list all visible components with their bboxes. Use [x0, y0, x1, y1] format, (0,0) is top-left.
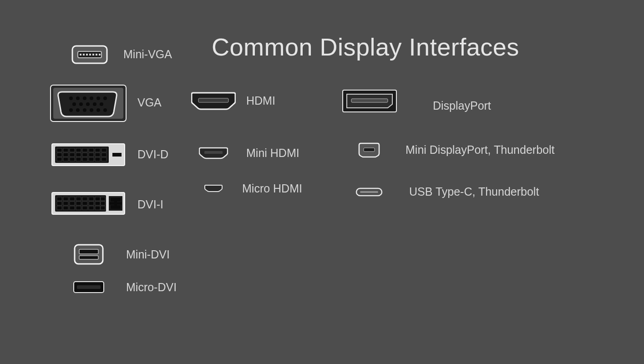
svg-point-11 [69, 96, 73, 100]
svg-rect-69 [82, 202, 87, 205]
svg-rect-64 [101, 197, 105, 201]
svg-rect-37 [101, 148, 106, 152]
svg-rect-52 [95, 157, 100, 161]
svg-point-15 [96, 96, 100, 100]
svg-rect-57 [57, 197, 62, 201]
svg-rect-2 [80, 54, 81, 56]
vga-icon [50, 85, 127, 124]
diagram-canvas: Common Display Interfaces Mini-VGA VGA [0, 0, 644, 364]
svg-rect-71 [95, 202, 100, 205]
svg-rect-63 [95, 197, 100, 201]
svg-rect-94 [204, 151, 223, 154]
dvi-d-label: DVI-D [137, 148, 168, 161]
svg-point-21 [100, 102, 103, 106]
svg-point-19 [86, 102, 90, 106]
hdmi-icon [191, 90, 236, 113]
svg-point-20 [93, 102, 96, 106]
svg-rect-5 [89, 54, 91, 56]
svg-rect-35 [89, 148, 94, 152]
svg-rect-78 [89, 206, 94, 210]
svg-point-25 [90, 108, 93, 112]
svg-rect-87 [110, 202, 122, 205]
svg-rect-39 [63, 153, 68, 157]
svg-rect-6 [92, 54, 94, 56]
svg-rect-99 [360, 191, 378, 193]
svg-rect-68 [76, 202, 81, 205]
svg-point-16 [103, 96, 107, 100]
svg-rect-97 [364, 148, 375, 152]
svg-rect-96 [351, 99, 388, 102]
mini-vga-label: Mini-VGA [123, 48, 172, 61]
mini-dvi-icon [74, 243, 104, 268]
svg-rect-3 [83, 54, 85, 56]
svg-rect-90 [79, 256, 98, 259]
svg-point-23 [76, 108, 80, 112]
svg-rect-77 [82, 206, 87, 210]
svg-rect-82 [111, 198, 114, 202]
svg-point-14 [90, 96, 93, 100]
vga-label: VGA [137, 96, 162, 109]
svg-rect-54 [112, 153, 122, 157]
svg-rect-76 [76, 206, 81, 210]
svg-rect-40 [70, 153, 75, 157]
svg-rect-47 [63, 157, 68, 161]
svg-point-27 [103, 108, 107, 112]
micro-dvi-label: Micro-DVI [126, 281, 177, 294]
mini-displayport-label: Mini DisplayPort, Thunderbolt [406, 143, 554, 157]
svg-rect-80 [101, 206, 105, 210]
mini-hdmi-label: Mini HDMI [246, 147, 299, 160]
usb-c-icon [355, 187, 383, 198]
svg-point-24 [83, 108, 86, 112]
svg-point-13 [83, 96, 86, 100]
mini-displayport-icon [358, 142, 380, 161]
svg-rect-73 [57, 206, 62, 210]
page-title: Common Display Interfaces [212, 33, 519, 61]
svg-rect-59 [70, 197, 75, 201]
mini-dvi-label: Mini-DVI [126, 248, 170, 261]
svg-rect-65 [57, 202, 62, 205]
mini-hdmi-icon [199, 146, 228, 162]
svg-rect-42 [82, 153, 87, 157]
svg-rect-88 [75, 245, 103, 264]
svg-rect-49 [76, 157, 81, 161]
svg-rect-41 [76, 153, 81, 157]
micro-hdmi-icon [204, 184, 223, 195]
svg-rect-30 [57, 148, 62, 152]
displayport-label: DisplayPort [433, 99, 491, 112]
svg-rect-31 [63, 148, 68, 152]
svg-rect-74 [63, 206, 68, 210]
svg-rect-33 [76, 148, 81, 152]
svg-rect-60 [76, 197, 81, 201]
svg-rect-83 [117, 198, 121, 202]
svg-rect-34 [82, 148, 87, 152]
hdmi-label: HDMI [246, 94, 275, 107]
svg-rect-61 [82, 197, 87, 201]
micro-dvi-icon [73, 281, 104, 295]
dvi-d-icon [51, 141, 125, 170]
svg-point-26 [96, 108, 100, 112]
svg-rect-72 [101, 202, 105, 205]
mini-vga-icon [71, 43, 108, 68]
svg-rect-43 [89, 153, 94, 157]
svg-rect-48 [70, 157, 75, 161]
svg-rect-44 [95, 153, 100, 157]
micro-hdmi-label: Micro HDMI [242, 182, 302, 195]
svg-rect-7 [96, 54, 97, 56]
svg-rect-53 [101, 157, 106, 161]
usb-c-label: USB Type-C, Thunderbolt [409, 185, 539, 198]
svg-rect-79 [95, 206, 100, 210]
svg-rect-62 [89, 197, 94, 201]
displayport-icon [342, 90, 397, 114]
svg-point-22 [69, 108, 73, 112]
svg-rect-45 [101, 153, 106, 157]
svg-rect-38 [57, 153, 62, 157]
svg-rect-85 [117, 205, 121, 209]
svg-rect-93 [198, 98, 228, 102]
svg-rect-8 [99, 54, 101, 56]
svg-rect-36 [95, 148, 100, 152]
svg-rect-58 [63, 197, 68, 201]
svg-rect-67 [70, 202, 75, 205]
svg-rect-51 [89, 157, 94, 161]
dvi-i-icon [51, 190, 125, 219]
svg-rect-66 [63, 202, 68, 205]
